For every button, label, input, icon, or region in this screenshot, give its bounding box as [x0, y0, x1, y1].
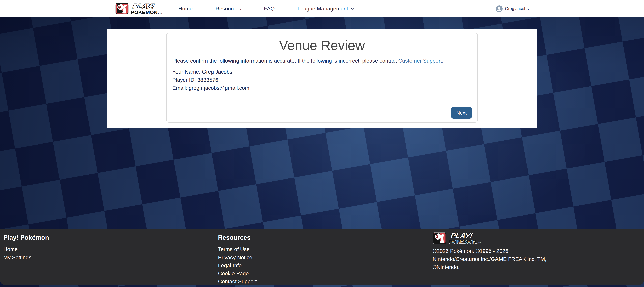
play-pokemon-wordmark: PLAY! POKÉMON. TM — [448, 232, 484, 245]
field-your-name-label: Your Name: — [172, 69, 200, 75]
logo-play-text: PLAY! — [132, 2, 155, 10]
avatar-icon — [496, 5, 502, 12]
logo-pokemon-text: POKÉMON. — [449, 239, 478, 245]
footer-heading-play-pokemon: Play! Pokémon — [3, 234, 211, 242]
copyright-line-2: Nintendo/Creatures Inc./GAME FREAK inc. … — [433, 256, 546, 262]
page-title: Venue Review — [172, 38, 472, 52]
intro-after: . — [442, 58, 443, 64]
logo-play-text: PLAY! — [450, 232, 473, 240]
navbar-container: PLAY! POKÉMON. TM Home Resources FAQ Lea… — [107, 0, 537, 17]
user-name: Greg Jacobs — [505, 6, 529, 11]
content-panel: Venue Review Please confirm the followin… — [107, 29, 537, 128]
footer-link-legal-info[interactable]: Legal Info — [218, 263, 242, 268]
footer-column-resources: Resources Terms of Use Privacy Notice Le… — [215, 229, 430, 285]
intro-before: Please confirm the following information… — [172, 58, 398, 64]
play-pokemon-wordmark: PLAY! POKÉMON. TM — [130, 2, 165, 15]
field-your-name-value: Greg Jacobs — [202, 69, 232, 75]
list-item: Privacy Notice — [218, 254, 426, 262]
venue-review-card: Venue Review Please confirm the followin… — [166, 33, 478, 123]
logo-tm-text: TM — [478, 242, 480, 244]
field-player-id-label: Player ID: — [172, 77, 196, 83]
card-body: Venue Review Please confirm the followin… — [166, 33, 478, 103]
list-item: Terms of Use — [218, 246, 426, 254]
nav-resources-label: Resources — [216, 5, 241, 11]
list-item: Legal Info — [218, 262, 426, 270]
field-your-name: Your Name: Greg Jacobs — [172, 68, 472, 76]
copyright-text: ©2026 Pokémon. ©1995 - 2026 Nintendo/Cre… — [433, 247, 641, 271]
footer-link-home[interactable]: Home — [3, 247, 18, 252]
field-email-label: Email: — [172, 85, 187, 91]
footer-link-contact-support[interactable]: Contact Support — [218, 279, 257, 284]
logo-pokemon-text: POKÉMON. — [131, 10, 159, 15]
player-info: Your Name: Greg Jacobs Player ID: 383357… — [172, 68, 472, 92]
footer-heading-resources: Resources — [218, 234, 426, 242]
footer-link-terms-of-use[interactable]: Terms of Use — [218, 247, 250, 252]
footer-play-pokemon-logo: PLAY! POKÉMON. TM — [433, 232, 641, 245]
nav-league-management-label: League Management — [297, 5, 348, 11]
play-pokemon-badge-icon — [115, 2, 129, 14]
top-navbar: PLAY! POKÉMON. TM Home Resources FAQ Lea… — [0, 0, 644, 17]
user-menu[interactable]: Greg Jacobs — [496, 5, 529, 12]
logo-tm-text: TM — [160, 12, 162, 14]
nav-faq[interactable]: FAQ — [264, 5, 274, 11]
intro-text: Please confirm the following information… — [172, 57, 472, 65]
field-player-id-value: 3833576 — [197, 77, 218, 83]
field-email-value: greg.r.jacobs@gmail.com — [189, 85, 250, 91]
nav-home[interactable]: Home — [178, 5, 192, 11]
list-item: My Settings — [3, 254, 211, 262]
next-button[interactable]: Next — [451, 107, 472, 119]
footer-column-play-pokemon: Play! Pokémon Home My Settings — [0, 229, 215, 285]
footer-link-cookie-page[interactable]: Cookie Page — [218, 271, 249, 276]
footer-link-privacy-notice[interactable]: Privacy Notice — [218, 255, 252, 260]
footer: Play! Pokémon Home My Settings Resources… — [0, 229, 644, 285]
nav-resources[interactable]: Resources — [216, 5, 241, 11]
field-player-id: Player ID: 3833576 — [172, 76, 472, 84]
nav-home-label: Home — [178, 5, 192, 11]
footer-column-brand: PLAY! POKÉMON. TM ©2026 Pokémon. ©1995 -… — [429, 229, 644, 285]
card-footer: Next — [166, 103, 478, 122]
copyright-line-1: ©2026 Pokémon. ©1995 - 2026 — [433, 248, 508, 254]
play-pokemon-logo[interactable]: PLAY! POKÉMON. TM — [115, 2, 165, 15]
footer-links-resources: Terms of Use Privacy Notice Legal Info C… — [218, 246, 426, 285]
play-pokemon-badge-icon — [433, 232, 446, 244]
field-email: Email: greg.r.jacobs@gmail.com — [172, 84, 472, 92]
page: PLAY! POKÉMON. TM Home Resources FAQ Lea… — [0, 0, 644, 287]
nav-league-management[interactable]: League Management — [297, 5, 354, 11]
nav-faq-label: FAQ — [264, 5, 274, 11]
list-item: Cookie Page — [218, 270, 426, 278]
copyright-line-3: ®Nintendo. — [433, 264, 460, 270]
main-nav: Home Resources FAQ League Management — [178, 5, 354, 11]
list-item: Home — [3, 246, 211, 254]
footer-link-my-settings[interactable]: My Settings — [3, 255, 31, 260]
customer-support-link[interactable]: Customer Support — [398, 58, 442, 64]
footer-links-play-pokemon: Home My Settings — [3, 246, 211, 262]
chevron-down-icon — [350, 6, 354, 11]
list-item: Contact Support — [218, 278, 426, 285]
